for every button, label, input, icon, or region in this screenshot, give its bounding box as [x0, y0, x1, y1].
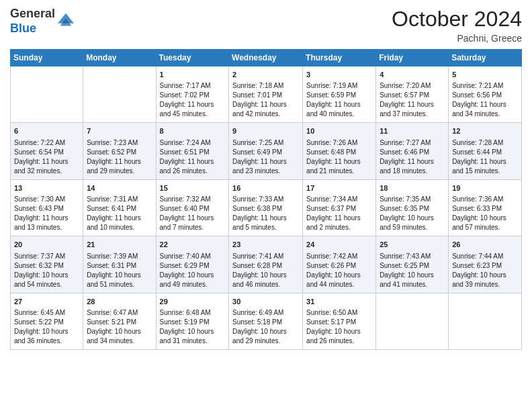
- sunset-text: Sunset: 6:37 PM: [306, 205, 356, 212]
- daylight-text: Daylight: 11 hours and 34 minutes.: [452, 101, 506, 118]
- day-number: 10: [306, 126, 372, 136]
- calendar-cell: 15Sunrise: 7:32 AMSunset: 6:40 PMDayligh…: [156, 179, 229, 236]
- calendar-cell: 2Sunrise: 7:18 AMSunset: 7:01 PMDaylight…: [229, 66, 303, 123]
- day-number: 25: [380, 240, 445, 250]
- sunset-text: Sunset: 6:31 PM: [87, 262, 136, 269]
- day-number: 15: [160, 183, 226, 193]
- weekday-header: Thursday: [303, 50, 376, 66]
- calendar-cell: 23Sunrise: 7:41 AMSunset: 6:28 PMDayligh…: [229, 236, 303, 293]
- sunrise-text: Sunrise: 7:35 AM: [380, 195, 431, 203]
- calendar-cell: 30Sunrise: 6:49 AMSunset: 5:18 PMDayligh…: [229, 293, 303, 349]
- day-number: 26: [452, 240, 518, 250]
- sunset-text: Sunset: 6:51 PM: [160, 148, 210, 156]
- sunrise-text: Sunrise: 7:37 AM: [14, 253, 65, 260]
- day-number: 11: [380, 126, 445, 136]
- daylight-text: Daylight: 11 hours and 18 minutes.: [380, 158, 434, 175]
- sunrise-text: Sunrise: 7:39 AM: [87, 253, 138, 260]
- day-number: 29: [160, 297, 226, 307]
- sunset-text: Sunset: 6:32 PM: [14, 262, 64, 269]
- calendar-cell: 13Sunrise: 7:30 AMSunset: 6:43 PMDayligh…: [11, 179, 83, 236]
- calendar-cell: 7Sunrise: 7:23 AMSunset: 6:52 PMDaylight…: [83, 123, 156, 179]
- sunset-text: Sunset: 6:59 PM: [306, 91, 356, 99]
- calendar-cell: 31Sunrise: 6:50 AMSunset: 5:17 PMDayligh…: [303, 293, 376, 349]
- daylight-text: Daylight: 11 hours and 40 minutes.: [306, 101, 361, 118]
- day-number: 3: [306, 70, 372, 80]
- logo: General Blue: [10, 7, 75, 36]
- sunrise-text: Sunrise: 7:17 AM: [160, 82, 211, 89]
- calendar-cell: 24Sunrise: 7:42 AMSunset: 6:26 PMDayligh…: [303, 236, 376, 293]
- location-title: Pachni, Greece: [392, 33, 522, 44]
- daylight-text: Daylight: 11 hours and 29 minutes.: [87, 158, 141, 175]
- sunset-text: Sunset: 6:41 PM: [87, 205, 136, 212]
- daylight-text: Daylight: 10 hours and 34 minutes.: [87, 328, 141, 345]
- day-number: 2: [232, 70, 299, 80]
- calendar-cell: 12Sunrise: 7:28 AMSunset: 6:44 PMDayligh…: [449, 123, 522, 179]
- daylight-text: Daylight: 10 hours and 26 minutes.: [306, 328, 361, 345]
- calendar-cell: 27Sunrise: 6:45 AMSunset: 5:22 PMDayligh…: [11, 293, 83, 349]
- sunset-text: Sunset: 5:17 PM: [306, 318, 356, 326]
- sunset-text: Sunset: 5:21 PM: [87, 318, 136, 326]
- daylight-text: Daylight: 10 hours and 39 minutes.: [452, 271, 506, 288]
- weekday-header: Sunday: [11, 50, 83, 66]
- sunrise-text: Sunrise: 7:34 AM: [306, 195, 357, 203]
- weekday-header: Monday: [83, 50, 156, 66]
- daylight-text: Daylight: 11 hours and 7 minutes.: [160, 214, 214, 231]
- month-title: October 2024: [392, 7, 522, 32]
- sunset-text: Sunset: 6:44 PM: [452, 148, 502, 156]
- daylight-text: Daylight: 11 hours and 23 minutes.: [232, 158, 287, 175]
- sunset-text: Sunset: 6:28 PM: [232, 262, 282, 269]
- sunset-text: Sunset: 5:19 PM: [160, 318, 210, 326]
- sunrise-text: Sunrise: 7:21 AM: [452, 82, 503, 89]
- calendar-cell: [11, 66, 83, 123]
- day-number: 28: [87, 297, 152, 307]
- day-number: 5: [452, 70, 518, 80]
- sunset-text: Sunset: 6:48 PM: [306, 148, 356, 156]
- sunrise-text: Sunrise: 7:20 AM: [380, 82, 431, 89]
- calendar-cell: 16Sunrise: 7:33 AMSunset: 6:38 PMDayligh…: [229, 179, 303, 236]
- sunset-text: Sunset: 6:43 PM: [14, 205, 64, 212]
- calendar-cell: 10Sunrise: 7:26 AMSunset: 6:48 PMDayligh…: [303, 123, 376, 179]
- day-number: 22: [160, 240, 226, 250]
- daylight-text: Daylight: 11 hours and 32 minutes.: [14, 158, 69, 175]
- sunset-text: Sunset: 6:49 PM: [232, 148, 282, 156]
- weekday-header-row: SundayMondayTuesdayWednesdayThursdayFrid…: [11, 50, 522, 66]
- weekday-header: Wednesday: [229, 50, 303, 66]
- sunset-text: Sunset: 6:56 PM: [452, 91, 502, 99]
- daylight-text: Daylight: 10 hours and 51 minutes.: [87, 271, 141, 288]
- sunrise-text: Sunrise: 7:32 AM: [160, 195, 211, 203]
- calendar-cell: 19Sunrise: 7:36 AMSunset: 6:33 PMDayligh…: [449, 179, 522, 236]
- sunrise-text: Sunrise: 7:18 AM: [232, 82, 283, 89]
- calendar-cell: 5Sunrise: 7:21 AMSunset: 6:56 PMDaylight…: [449, 66, 522, 123]
- sunset-text: Sunset: 6:40 PM: [160, 205, 210, 212]
- sunset-text: Sunset: 6:52 PM: [87, 148, 136, 156]
- calendar-cell: 17Sunrise: 7:34 AMSunset: 6:37 PMDayligh…: [303, 179, 376, 236]
- day-number: 13: [14, 183, 79, 193]
- sunrise-text: Sunrise: 7:42 AM: [306, 253, 357, 260]
- sunset-text: Sunset: 5:22 PM: [14, 318, 64, 326]
- logo-text: General Blue: [10, 7, 55, 36]
- sunrise-text: Sunrise: 7:36 AM: [452, 195, 503, 203]
- calendar-cell: 29Sunrise: 6:48 AMSunset: 5:19 PMDayligh…: [156, 293, 229, 349]
- daylight-text: Daylight: 10 hours and 29 minutes.: [232, 328, 287, 345]
- day-number: 18: [380, 183, 445, 193]
- day-number: 4: [380, 70, 445, 80]
- daylight-text: Daylight: 10 hours and 57 minutes.: [452, 214, 506, 231]
- sunset-text: Sunset: 6:33 PM: [452, 205, 502, 212]
- sunrise-text: Sunrise: 7:26 AM: [306, 139, 357, 146]
- calendar-cell: 14Sunrise: 7:31 AMSunset: 6:41 PMDayligh…: [83, 179, 156, 236]
- calendar-week-row: 20Sunrise: 7:37 AMSunset: 6:32 PMDayligh…: [11, 236, 522, 293]
- sunset-text: Sunset: 6:29 PM: [160, 262, 210, 269]
- daylight-text: Daylight: 11 hours and 45 minutes.: [160, 101, 214, 118]
- daylight-text: Daylight: 11 hours and 26 minutes.: [160, 158, 214, 175]
- sunrise-text: Sunrise: 6:48 AM: [160, 309, 211, 316]
- sunrise-text: Sunrise: 7:40 AM: [160, 253, 211, 260]
- sunrise-text: Sunrise: 7:30 AM: [14, 195, 65, 203]
- day-number: 21: [87, 240, 152, 250]
- day-number: 6: [14, 126, 79, 136]
- sunrise-text: Sunrise: 7:41 AM: [232, 253, 283, 260]
- sunrise-text: Sunrise: 6:47 AM: [87, 309, 138, 316]
- calendar-week-row: 6Sunrise: 7:22 AMSunset: 6:54 PMDaylight…: [11, 123, 522, 179]
- daylight-text: Daylight: 10 hours and 46 minutes.: [232, 271, 287, 288]
- day-number: 20: [14, 240, 79, 250]
- calendar-cell: 4Sunrise: 7:20 AMSunset: 6:57 PMDaylight…: [376, 66, 449, 123]
